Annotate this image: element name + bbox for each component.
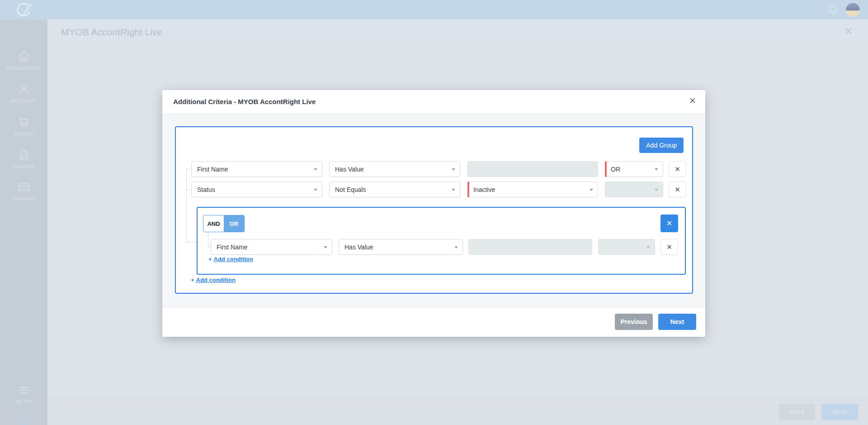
sidebar-item-label: DASHBOARD [0, 66, 47, 71]
or-toggle-button[interactable]: OR [224, 215, 244, 232]
operator-select[interactable]: Has Value [329, 161, 460, 177]
sidebar-nav: DASHBOARD ACCOUNT ORDER INVOICE PAYMENT [0, 19, 47, 425]
field-select-value: First Name [217, 244, 247, 251]
modal-footer: Previous Next [162, 307, 705, 337]
plus-icon: + [191, 277, 194, 283]
sidebar-item-order[interactable]: ORDER [0, 116, 47, 137]
remove-group-button[interactable]: ✕ [660, 215, 678, 232]
and-or-toggle: AND OR [203, 215, 245, 232]
user-avatar[interactable] [846, 3, 860, 17]
remove-condition-button[interactable]: ✕ [660, 239, 678, 255]
cart-icon [17, 116, 31, 129]
connector-line [186, 169, 187, 242]
and-toggle-button[interactable]: AND [203, 215, 224, 232]
operator-select-value: Has Value [344, 244, 373, 251]
sidebar-item-account[interactable]: ACCOUNT [0, 83, 47, 104]
sidebar-item-todo[interactable]: TO DO [0, 384, 47, 404]
app-logo-icon [13, 1, 35, 19]
required-indicator [467, 181, 469, 197]
plus-circle-icon [17, 412, 31, 425]
add-condition-link[interactable]: +Add condition [191, 277, 236, 283]
sidebar-item-payment[interactable]: PAYMENT [0, 181, 47, 201]
page-title: MYOB AccontRight Live [61, 27, 162, 38]
conjunction-select [605, 181, 663, 197]
sidebar-item-label: ACCOUNT [0, 98, 47, 104]
invoice-icon [17, 148, 31, 161]
previous-button[interactable]: Previous [615, 314, 653, 330]
bell-icon[interactable] [828, 4, 839, 16]
conjunction-select [598, 239, 655, 255]
modal-body: Add Group First Name Has Value [162, 114, 705, 307]
connector-line [186, 242, 197, 242]
modal-header: Additional Criteria - MYOB AccontRight L… [162, 90, 705, 114]
value-select-value: Inactive [473, 186, 495, 193]
remove-condition-button[interactable]: ✕ [669, 181, 686, 197]
next-button[interactable]: Next [821, 404, 858, 420]
condition-row: First Name Has Value ✕ [198, 239, 685, 255]
add-condition-label: Add condition [196, 277, 236, 283]
app-topbar [0, 0, 868, 19]
add-group-button[interactable]: Add Group [639, 138, 684, 153]
add-condition-label: Add condition [214, 256, 253, 263]
chevron-down-icon [452, 189, 455, 191]
chevron-down-icon [452, 168, 455, 171]
chevron-down-icon [655, 189, 658, 191]
chevron-down-icon [314, 168, 317, 171]
condition-row: First Name Has Value OR ✕ [176, 161, 692, 177]
page-header: MYOB AccontRight Live ✕ [47, 19, 868, 46]
criteria-subgroup: AND OR ✕ First Name Has Value [197, 207, 686, 275]
field-select-value: First Name [197, 166, 228, 173]
sidebar-item-label: ORDER [0, 131, 47, 137]
user-icon [17, 83, 31, 96]
field-select-value: Status [197, 186, 215, 193]
value-input [468, 239, 592, 255]
chevron-down-icon [314, 189, 317, 191]
chevron-down-icon [454, 246, 458, 248]
required-indicator [605, 161, 607, 177]
next-button[interactable]: Next [658, 314, 696, 330]
operator-select-value: Has Value [335, 166, 364, 173]
modal-close-icon[interactable]: ✕ [689, 96, 696, 105]
chevron-down-icon [655, 168, 658, 171]
sidebar-item-label: INVOICE [0, 164, 47, 169]
field-select[interactable]: Status [191, 181, 322, 197]
home-icon [17, 50, 31, 63]
condition-row: Status Not Equals Inactive ✕ [176, 181, 692, 197]
sidebar-item-invoice[interactable]: INVOICE [0, 148, 47, 169]
chevron-down-icon [646, 246, 650, 248]
modal-title: Additional Criteria - MYOB AccontRight L… [173, 98, 316, 105]
sidebar-item-new[interactable]: NEW [0, 412, 47, 425]
back-button[interactable]: Back [779, 404, 815, 420]
operator-select[interactable]: Has Value [339, 239, 463, 255]
sidebar-item-label: TO DO [0, 399, 47, 404]
sidebar-item-label: PAYMENT [0, 196, 47, 201]
page-footer: Back Next [47, 400, 868, 425]
page-close-icon[interactable]: ✕ [844, 26, 853, 37]
field-select[interactable]: First Name [211, 239, 332, 255]
additional-criteria-modal: Additional Criteria - MYOB AccontRight L… [162, 90, 705, 337]
operator-select-value: Not Equals [335, 186, 366, 193]
chevron-down-icon [324, 246, 327, 248]
field-select[interactable]: First Name [191, 161, 322, 177]
value-select[interactable]: Inactive [467, 181, 598, 197]
criteria-group: Add Group First Name Has Value [175, 126, 693, 294]
chevron-down-icon [590, 189, 593, 191]
value-input [467, 161, 598, 177]
operator-select[interactable]: Not Equals [329, 181, 460, 197]
remove-condition-button[interactable]: ✕ [669, 161, 686, 177]
list-icon [17, 384, 31, 396]
card-icon [17, 181, 31, 193]
add-condition-link[interactable]: +Add condition [208, 256, 253, 263]
conjunction-select[interactable]: OR [605, 161, 663, 177]
sidebar-item-dashboard[interactable]: DASHBOARD [0, 50, 47, 71]
conjunction-select-value: OR [611, 166, 620, 173]
plus-icon: + [208, 256, 212, 263]
